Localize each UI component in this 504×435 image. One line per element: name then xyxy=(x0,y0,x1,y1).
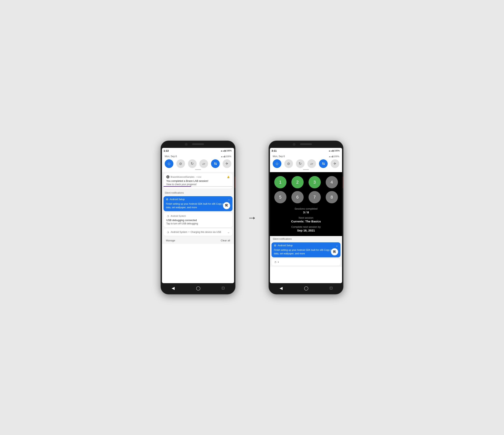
android-setup-notification[interactable]: ⚙ Android Setup ⌄ Finish setting up your… xyxy=(163,196,233,211)
android-setup-header: ⚙ Android Setup ⌄ xyxy=(163,196,233,202)
system-dot-row: ◔ • xyxy=(274,260,338,264)
usb-debug-app-name: Android System xyxy=(171,215,186,217)
qs-dnd-toggle[interactable]: ⊘ xyxy=(176,159,185,168)
qs-battery-icon: ▮ xyxy=(224,155,225,158)
android-system-icon-2: ◔ xyxy=(166,231,170,234)
right-qs-toggle-row: ◇ ⊘ ↻ ▱ ⇆ ✈ xyxy=(273,159,339,168)
right-qs-wifi-toggle[interactable]: ◇ xyxy=(273,159,281,168)
right-gear-icon: ⚙ xyxy=(274,244,276,247)
charging-row: ◔ Android System • Charging this device … xyxy=(166,231,230,234)
android-setup-body-wrapper: Finish setting up your Android SDK built… xyxy=(163,202,233,211)
right-qs-cell-icon: ▴ xyxy=(331,155,332,158)
qs-wifi-icon: ▴ xyxy=(221,155,222,158)
status-icons: ▴ ▴ ▮ 100% xyxy=(221,149,232,152)
status-bar: 1:13 ▴ ▴ ▮ 100% xyxy=(162,148,234,153)
side-button xyxy=(235,176,235,188)
braze-bell-icon: 🔔 xyxy=(227,176,230,178)
home-button[interactable]: ◯ xyxy=(196,286,200,290)
qs-battery-pct: 100% xyxy=(226,155,231,157)
right-silent-label: Silent notifications xyxy=(273,238,292,240)
session-circle-8: 8 xyxy=(326,191,338,203)
cell-signal-icon: ▴ xyxy=(223,149,224,152)
session-circle-1: 1 xyxy=(274,176,287,188)
right-back-button[interactable]: ◀ xyxy=(279,286,283,290)
android-system-icon: ◔ xyxy=(166,214,170,218)
usb-debug-title: USB debugging connected xyxy=(166,219,230,222)
qs-battery-saver-toggle[interactable]: ▱ xyxy=(199,159,208,168)
right-qs-battery-saver-toggle[interactable]: ▱ xyxy=(307,159,316,168)
progress-bar xyxy=(163,186,233,187)
charging-app: Android System xyxy=(171,231,187,233)
right-android-setup-body-wrapper: Finish setting up your Android SDK built… xyxy=(271,248,341,257)
right-status-icons: ▴ ▴ ▮ 100% xyxy=(329,149,340,152)
right-android-setup-title: Android Setup xyxy=(278,244,293,247)
qs-cell-icon: ▴ xyxy=(223,155,224,158)
right-qs-rotation-toggle[interactable]: ↻ xyxy=(296,159,305,168)
android-setup-logo-icon: 🛠 xyxy=(223,202,230,209)
system-dot-notification[interactable]: ◔ • xyxy=(271,259,341,266)
qs-header: Mon, Sep 6 ▴ ▴ ▮ 100% xyxy=(165,155,231,158)
complete-by-value: Sep 16, 2021 xyxy=(291,229,321,232)
right-recents-button[interactable]: □ xyxy=(330,286,332,290)
charging-notification[interactable]: ◔ Android System • Charging this device … xyxy=(163,229,233,236)
next-session-value: Currents: The Basics xyxy=(291,220,321,223)
qs-status-icons: ▴ ▴ ▮ 100% xyxy=(221,155,231,158)
right-qs-date: Mon, Sep 6 xyxy=(273,155,285,158)
right-qs-battery-pct: 100% xyxy=(334,155,339,157)
right-notification-list: Silent notifications ⚙ Android Setup ⌄ F… xyxy=(270,236,342,267)
braze-notif-time: • now xyxy=(196,176,201,178)
gear-icon: ⚙ xyxy=(166,198,169,201)
right-home-button[interactable]: ◯ xyxy=(304,286,308,290)
session-circle-7: 7 xyxy=(308,191,321,203)
wifi-signal-icon: ▴ xyxy=(221,149,222,152)
battery-icon: ▮ xyxy=(225,149,225,152)
recents-button[interactable]: □ xyxy=(222,286,224,290)
right-screen: 3:11 ▴ ▴ ▮ 100% Mon, Sep 6 ▴ ▴ ▮ 100% xyxy=(270,148,342,283)
session-content-area: 1 2 3 4 5 6 7 8 Sessions completed 3 / 8… xyxy=(270,172,342,236)
manage-button[interactable]: Manage xyxy=(166,239,175,242)
session-circle-3: 3 xyxy=(308,176,321,188)
qs-toggle-row: ◇ ⊘ ↻ ▱ ⇆ ✈ xyxy=(165,159,231,168)
right-time-display: 3:11 xyxy=(271,149,277,152)
right-qs-airplane-toggle[interactable]: ✈ xyxy=(331,159,339,168)
right-chevron-down-icon: ⌄ xyxy=(336,244,338,247)
right-quick-settings: Mon, Sep 6 ▴ ▴ ▮ 100% ◇ ⊘ ↻ ▱ ⇆ ✈ xyxy=(270,153,342,172)
charging-chevron-icon: ⌄ xyxy=(227,231,230,234)
next-session-label: Next session xyxy=(291,216,321,219)
clear-all-button[interactable]: Clear all xyxy=(221,239,230,242)
qs-rotation-toggle[interactable]: ↻ xyxy=(188,159,197,168)
right-phone-navbar: ◀ ◯ □ xyxy=(269,283,343,294)
qs-sync-toggle[interactable]: ⇆ xyxy=(211,159,220,168)
system-dot-icon: ◔ xyxy=(274,261,276,263)
braze-app-icon: B xyxy=(166,175,170,178)
notification-bottom-bar: Manage Clear all xyxy=(162,237,234,244)
usb-debug-header: ◔ Android System xyxy=(166,214,230,218)
right-side-button xyxy=(343,176,343,188)
right-android-setup-notification[interactable]: ⚙ Android Setup ⌄ Finish setting up your… xyxy=(271,242,341,257)
right-silent-header: Silent notifications xyxy=(270,236,342,241)
transition-arrow: → xyxy=(247,212,257,223)
sessions-completed-value: 3 / 8 xyxy=(291,211,321,214)
braze-notif-header: B BrazeAdvancedSamples • now 🔔 xyxy=(166,175,230,178)
braze-notif-title: You completed a Braze LAB session! xyxy=(166,179,230,183)
back-button[interactable]: ◀ xyxy=(172,286,175,290)
quick-settings-panel: Mon, Sep 6 ▴ ▴ ▮ 100% ◇ ⊘ ↻ ▱ ⇆ ✈ xyxy=(162,153,234,172)
battery-percent: 100% xyxy=(226,149,232,152)
sessions-completed-label: Sessions completed xyxy=(291,207,321,210)
right-qs-battery-icon: ▮ xyxy=(332,155,333,158)
braze-notification-card[interactable]: B BrazeAdvancedSamples • now 🔔 You compl… xyxy=(163,173,233,189)
braze-notif-body: View to check your progress! xyxy=(166,183,230,186)
session-circle-6: 6 xyxy=(291,191,304,203)
complete-by-label: Complete next session by xyxy=(291,225,321,228)
right-qs-dnd-toggle[interactable]: ⊘ xyxy=(284,159,293,168)
usb-debug-notification[interactable]: ◔ Android System USB debugging connected… xyxy=(163,212,233,227)
left-phone-navbar: ◀ ◯ □ xyxy=(161,283,235,294)
right-cell-icon: ▴ xyxy=(331,149,332,152)
qs-wifi-toggle[interactable]: ◇ xyxy=(165,159,173,168)
qs-drag-handle xyxy=(195,169,201,170)
qs-date: Mon, Sep 6 xyxy=(165,155,177,158)
right-qs-sync-toggle[interactable]: ⇆ xyxy=(319,159,328,168)
right-phone: 3:11 ▴ ▴ ▮ 100% Mon, Sep 6 ▴ ▴ ▮ 100% xyxy=(269,141,343,294)
right-qs-wifi-icon: ▴ xyxy=(329,155,330,158)
qs-airplane-toggle[interactable]: ✈ xyxy=(223,159,231,168)
